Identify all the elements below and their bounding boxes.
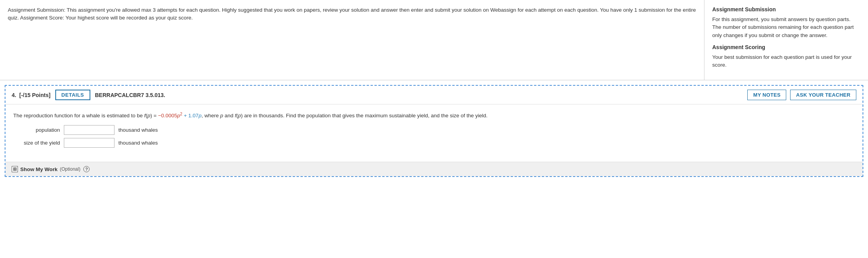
show-work-section: ⊞ Show My Work (Optional) ? (5, 162, 863, 176)
problem-prefix: The reproduction function for a whale is… (13, 113, 158, 118)
header-right-buttons: MY NOTES ASK YOUR TEACHER (747, 90, 856, 100)
problem-suffix: , where p and f(p) are in thousands. Fin… (201, 113, 488, 118)
problem-text: The reproduction function for a whale is… (13, 111, 855, 120)
top-right-panel: Assignment Submission For this assignmen… (704, 0, 868, 80)
yield-unit: thousand whales (118, 140, 158, 146)
scoring-text: Your best submission for each question p… (712, 53, 860, 69)
submission-text: For this assignment, you submit answers … (712, 16, 860, 39)
population-unit: thousand whales (118, 127, 158, 133)
details-button[interactable]: DETAILS (55, 90, 90, 100)
top-left-panel: Assignment Submission: This assignment y… (0, 0, 704, 80)
ask-teacher-button[interactable]: ASK YOUR TEACHER (790, 90, 856, 100)
question-block: 4. [-/15 Points] DETAILS BERRAPCALCBR7 3… (5, 85, 863, 177)
question-body: The reproduction function for a whale is… (5, 104, 863, 156)
yield-label: size of the yield (13, 140, 60, 146)
show-work-label: Show My Work (20, 166, 58, 172)
question-header: 4. [-/15 Points] DETAILS BERRAPCALCBR7 3… (5, 86, 863, 104)
population-input[interactable] (64, 125, 114, 135)
my-notes-button[interactable]: MY NOTES (747, 90, 786, 100)
question-title: BERRAPCALCBR7 3.5.013. (95, 92, 743, 98)
population-row: population thousand whales (13, 125, 855, 135)
yield-input[interactable] (64, 138, 114, 148)
submission-heading: Assignment Submission (712, 6, 860, 12)
math-term1: −0.0005p2 (158, 113, 182, 118)
assignment-submission-text: Assignment Submission: This assignment y… (8, 6, 696, 22)
show-work-expand-icon: ⊞ (12, 166, 18, 172)
top-section: Assignment Submission: This assignment y… (0, 0, 868, 80)
show-work-optional: (Optional) (60, 166, 81, 172)
math-term2: + 1.07p (182, 113, 201, 118)
population-label: population (13, 127, 60, 133)
scoring-heading: Assignment Scoring (712, 44, 860, 50)
help-icon[interactable]: ? (83, 166, 90, 172)
question-number: 4. [-/15 Points] (12, 92, 51, 98)
yield-row: size of the yield thousand whales (13, 138, 855, 148)
show-work-toggle[interactable]: ⊞ Show My Work (Optional) (12, 166, 80, 172)
